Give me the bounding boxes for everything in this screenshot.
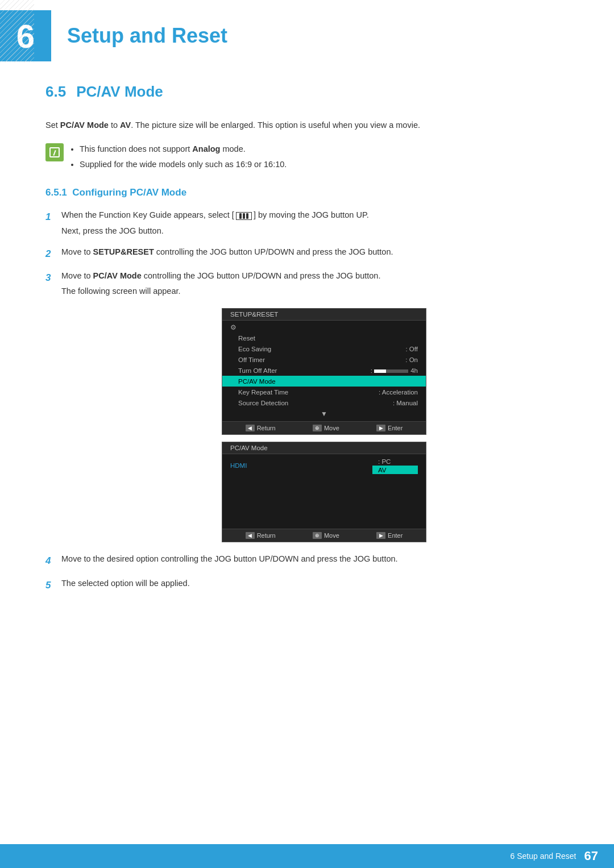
step-text-5: The selected option will be applied. [61,577,569,590]
osd-screen-2: PC/AV Mode HDMI : PC AV ◀ Return ⊕ Move [222,442,426,542]
osd1-move-btn: ⊕ Move [313,425,339,431]
pencil-icon [53,150,56,156]
gear-icon: ⚙ [230,323,237,331]
page-content: 6.5PC/AV Mode Set PC/AV Mode to AV. The … [0,77,614,637]
osd1-item-reset: Reset [222,333,426,343]
osd2-hdmi-label: HDMI [230,462,247,469]
step-text-4: Move to the desired option controlling t… [61,553,569,566]
section-title: PC/AV Mode [76,83,163,100]
osd2-option-av: AV [372,466,418,474]
osd1-item-key-repeat: Key Repeat Time : Acceleration [222,387,426,397]
progress-fill [374,369,386,373]
osd2-spacer [222,504,426,526]
note-icon-inner [49,147,60,157]
section-heading: 6.5PC/AV Mode [45,83,569,105]
osd2-option-pc: : PC [372,457,418,466]
step-3-sub: The following screen will appear. [61,285,569,298]
function-icon [236,212,252,220]
steps-list: 1 When the Function Key Guide appears, s… [45,209,569,298]
osd2-move-label: Move [324,532,339,539]
osd1-bottom-bar: ◀ Return ⊕ Move ▶ Enter [222,421,426,434]
screenshots-area: SETUP&RESET ⚙ Reset Eco Saving : Off Off… [80,308,569,542]
step-num-5: 5 [45,577,61,593]
note-item-1: This function does not support Analog mo… [80,142,287,156]
step-3: 3 Move to PC/AV Mode controlling the JOG… [45,269,569,298]
step-num-3: 3 [45,269,61,285]
return-label: Return [257,425,276,431]
osd2-options: : PC AV [372,457,418,474]
osd2-title: PC/AV Mode [222,442,426,454]
osd-screen-1: SETUP&RESET ⚙ Reset Eco Saving : Off Off… [222,308,426,435]
chapter-title: Setup and Reset [67,24,227,48]
osd1-item-eco: Eco Saving : Off [222,343,426,354]
osd2-return-label: Return [257,532,276,539]
note-list: This function does not support Analog mo… [70,142,287,172]
move-label: Move [324,425,339,431]
osd2-enter-label: Enter [388,532,403,539]
subsection-heading: 6.5.1 Configuring PC/AV Mode [45,187,569,198]
step2-bold: SETUP&RESET [93,247,154,256]
subsection-number: 6.5.1 [45,187,67,198]
osd1-enter-btn: ▶ Enter [376,425,403,431]
progress-bar [374,369,408,373]
step-5: 5 The selected option will be applied. [45,577,569,593]
osd2-enter-btn: ▶ Enter [376,532,403,539]
osd1-item-off-timer: Off Timer : On [222,354,426,365]
move-icon: ⊕ [313,425,322,431]
osd1-item-turn-off: Turn Off After : 4h [222,365,426,376]
scroll-down-indicator: ▼ [222,408,426,419]
intro-bold2: AV [120,121,131,130]
step-text-3: Move to PC/AV Mode controlling the JOG b… [61,269,569,298]
step-2: 2 Move to SETUP&RESET controlling the JO… [45,246,569,261]
enter-label: Enter [388,425,403,431]
step-text-1: When the Function Key Guide appears, sel… [61,209,569,237]
section-number: 6.5 [45,83,66,100]
footer-page-number: 67 [584,849,598,863]
osd1-return-btn: ◀ Return [246,425,276,431]
footer-text: 6 Setup and Reset [511,852,576,861]
steps-list-2: 4 Move to the desired option controlling… [45,553,569,592]
step-4: 4 Move to the desired option controlling… [45,553,569,568]
osd2-enter-icon: ▶ [376,532,385,539]
osd2-move-btn: ⊕ Move [313,532,339,539]
intro-paragraph: Set PC/AV Mode to AV. The picture size w… [45,119,569,132]
note-item-2: Supplied for the wide models only such a… [80,157,287,172]
step-num-2: 2 [45,246,61,261]
step-1: 1 When the Function Key Guide appears, s… [45,209,569,237]
step3-bold: PC/AV Mode [93,271,142,280]
intro-bold1: PC/AV Mode [60,121,109,130]
step-num-4: 4 [45,553,61,568]
osd1-title: SETUP&RESET [222,309,426,321]
step-num-1: 1 [45,209,61,225]
note-box: This function does not support Analog mo… [45,142,569,172]
note-icon [45,143,64,161]
page-footer: 6 Setup and Reset 67 [0,844,614,868]
enter-icon: ▶ [376,425,385,431]
osd1-item-source: Source Detection : Manual [222,397,426,408]
osd2-move-icon: ⊕ [313,532,322,539]
chapter-header: 6 Setup and Reset [0,0,614,72]
osd2-return-icon: ◀ [246,532,255,539]
osd2-return-btn: ◀ Return [246,532,276,539]
subsection-title: Configuring PC/AV Mode [72,187,186,198]
osd2-empty-space [222,475,426,504]
osd2-bottom-bar: ◀ Return ⊕ Move ▶ Enter [222,529,426,542]
osd1-item-pcav: PC/AV Mode [222,376,426,387]
step-1-sub: Next, press the JOG button. [61,225,569,238]
step-text-2: Move to SETUP&RESET controlling the JOG … [61,246,569,259]
hatch-decoration [0,0,34,63]
return-icon: ◀ [246,425,255,431]
